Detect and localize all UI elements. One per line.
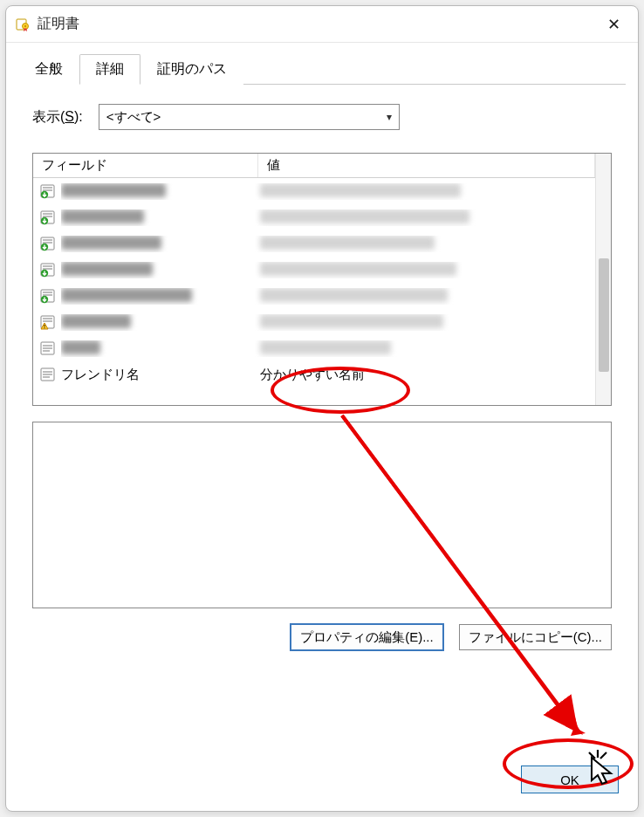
tab-general[interactable]: 全般 — [18, 54, 79, 85]
certificate-icon — [15, 17, 31, 32]
window-title: 証明書 — [38, 15, 594, 33]
ext-down-icon — [38, 288, 58, 304]
list-row[interactable] — [33, 204, 595, 230]
show-label: 表示(S): — [32, 108, 83, 127]
list-cell-value — [255, 183, 595, 200]
list-cell-value: 分かりやすい名前 — [255, 367, 595, 383]
ext-down-icon — [38, 183, 58, 199]
svg-rect-12 — [43, 239, 52, 241]
show-dropdown[interactable]: <すべて> ▾ — [99, 104, 400, 130]
ext-down-icon — [38, 209, 58, 225]
certificate-dialog: 証明書 ✕ 全般 詳細 証明のパス 表示(S): <すべて> ▾ — [5, 5, 639, 812]
ext-plain-icon — [38, 367, 58, 382]
svg-rect-30 — [43, 347, 52, 349]
svg-rect-16 — [43, 265, 52, 267]
column-header-value[interactable]: 値 — [258, 154, 595, 177]
ext-warn-icon — [38, 314, 58, 330]
svg-rect-25 — [43, 320, 52, 322]
close-icon: ✕ — [607, 15, 620, 34]
svg-rect-27 — [44, 327, 45, 328]
tab-strip: 全般 詳細 証明のパス — [6, 43, 638, 84]
list-row[interactable] — [33, 309, 595, 335]
svg-rect-24 — [43, 318, 52, 319]
list-cell-value — [255, 262, 595, 278]
list-row[interactable] — [33, 335, 595, 361]
svg-rect-13 — [43, 242, 52, 244]
svg-rect-31 — [43, 350, 50, 352]
tab-cert-path[interactable]: 証明のパス — [140, 54, 243, 85]
svg-rect-20 — [43, 292, 52, 293]
svg-rect-35 — [43, 376, 50, 378]
value-detail-textarea[interactable] — [32, 422, 612, 608]
svg-rect-5 — [43, 189, 52, 191]
client-area: 全般 詳細 証明のパス 表示(S): <すべて> ▾ フィールド 値 — [6, 43, 638, 811]
list-row[interactable] — [33, 283, 595, 309]
listview-scrollbar[interactable] — [595, 154, 611, 405]
svg-rect-4 — [43, 187, 52, 189]
list-cell-field — [61, 236, 255, 252]
svg-point-2 — [24, 24, 26, 26]
edit-properties-button[interactable]: プロパティの編集(E)... — [291, 624, 443, 650]
scrollbar-thumb[interactable] — [599, 258, 609, 372]
tab-details[interactable]: 詳細 — [79, 54, 140, 85]
list-cell-value — [255, 314, 595, 331]
chevron-down-icon: ▾ — [387, 111, 392, 123]
close-button[interactable]: ✕ — [594, 10, 633, 38]
svg-rect-9 — [43, 216, 52, 217]
copy-to-file-button[interactable]: ファイルにコピー(C)... — [459, 624, 612, 650]
list-cell-value — [255, 209, 595, 226]
list-cell-field — [61, 288, 255, 305]
svg-rect-21 — [43, 294, 52, 296]
svg-rect-8 — [43, 213, 52, 215]
list-cell-field: フレンドリ名 — [61, 367, 255, 383]
list-cell-field — [61, 183, 255, 200]
fields-listview[interactable]: フィールド 値 フレンドリ名分かりやすい名前 — [32, 153, 612, 406]
svg-rect-26 — [44, 325, 45, 327]
svg-rect-33 — [43, 371, 52, 373]
list-row[interactable] — [33, 257, 595, 283]
ext-down-icon — [38, 236, 58, 251]
ext-plain-icon — [38, 340, 58, 356]
list-row[interactable] — [33, 230, 595, 257]
list-cell-field — [61, 262, 255, 278]
titlebar: 証明書 ✕ — [6, 6, 638, 43]
list-cell-field — [61, 340, 255, 357]
list-cell-value — [255, 288, 595, 305]
ok-button[interactable]: OK — [521, 766, 619, 793]
show-dropdown-value: <すべて> — [106, 109, 161, 126]
list-cell-field — [61, 209, 255, 226]
ext-down-icon — [38, 262, 58, 278]
svg-rect-29 — [43, 345, 52, 347]
list-row[interactable]: フレンドリ名分かりやすい名前 — [33, 361, 595, 388]
list-cell-value — [255, 340, 595, 357]
svg-rect-34 — [43, 374, 52, 375]
svg-rect-17 — [43, 268, 52, 270]
list-row[interactable] — [33, 178, 595, 204]
column-header-field[interactable]: フィールド — [33, 154, 258, 177]
list-cell-value — [255, 236, 595, 252]
list-cell-field — [61, 314, 255, 331]
details-tab-body: 表示(S): <すべて> ▾ フィールド 値 フレンドリ名分かりやすい名前 — [6, 85, 638, 753]
